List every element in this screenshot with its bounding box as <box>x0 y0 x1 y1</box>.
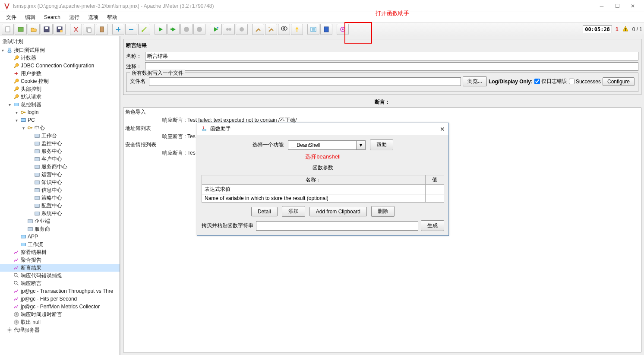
tree-item[interactable]: 监控中心 <box>0 139 120 147</box>
collapse-button[interactable] <box>125 24 137 35</box>
configure-button[interactable]: Configure <box>603 77 635 86</box>
clear-button[interactable] <box>252 24 264 35</box>
tree-item[interactable]: 配置中心 <box>0 202 120 209</box>
filename-input[interactable] <box>149 77 461 86</box>
tree-item[interactable]: 服务中心 <box>0 147 120 155</box>
svg-rect-24 <box>625 28 625 30</box>
function-helper-button[interactable] <box>307 24 319 35</box>
param-row[interactable]: Name of variable in which to store the r… <box>202 194 426 203</box>
templates-button[interactable] <box>15 24 27 35</box>
tree-item[interactable]: ▾总控制器 <box>0 101 120 108</box>
tree-item[interactable]: 服务商 <box>0 225 120 233</box>
paste-button[interactable] <box>96 24 108 35</box>
tree-item[interactable]: 响应断言 <box>0 279 120 287</box>
close-button[interactable]: ✕ <box>625 2 641 10</box>
tree-item[interactable]: 策略中心 <box>0 194 120 202</box>
browse-button[interactable]: 浏览... <box>463 76 487 86</box>
params-table[interactable]: 名称：值 表达式求值 Name of variable in which to … <box>202 175 444 203</box>
save-as-button[interactable] <box>54 24 66 35</box>
menu-options[interactable]: 选项 <box>84 13 103 22</box>
tree-item[interactable]: 察看结果树 <box>0 248 120 256</box>
param-value-cell[interactable] <box>425 194 444 203</box>
tree-item[interactable]: 系统中心 <box>0 209 120 217</box>
assert-line[interactable]: 角色导入 <box>123 108 641 116</box>
remote-shutdown-button[interactable] <box>236 24 248 35</box>
menu-edit[interactable]: 编辑 <box>21 13 40 22</box>
options-button[interactable] <box>337 24 349 35</box>
menu-run[interactable]: 运行 <box>65 13 84 22</box>
add-clipboard-button[interactable]: Add from Clipboard <box>309 207 367 216</box>
tree-item[interactable]: 聚合报告 <box>0 256 120 264</box>
tree-item[interactable]: 默认请求 <box>0 93 120 101</box>
search-button[interactable] <box>278 24 290 35</box>
errors-checkbox[interactable]: 仅日志错误 <box>534 78 567 85</box>
detail-button[interactable]: Detail <box>251 207 278 216</box>
clear-all-button[interactable] <box>265 24 277 35</box>
remote-start-button[interactable] <box>210 24 222 35</box>
help-button[interactable] <box>320 24 332 35</box>
dialog-close-button[interactable]: ✕ <box>440 126 445 133</box>
open-button[interactable] <box>28 24 40 35</box>
minimize-button[interactable]: ─ <box>594 2 609 10</box>
tree-item-label: jp@gc - PerfMon Metrics Collector <box>21 304 100 310</box>
tree-item[interactable]: ▾login <box>0 108 120 116</box>
tree-item[interactable]: 企业端 <box>0 217 120 225</box>
tree-item[interactable]: 断言结果 <box>0 264 120 272</box>
param-row[interactable]: 表达式求值 <box>202 185 426 194</box>
dialog-titlebar[interactable]: 函数助手 ✕ <box>197 123 448 135</box>
tree-item[interactable]: ▾PC <box>0 116 120 124</box>
tree-item[interactable]: 代理服务器 <box>0 326 120 334</box>
tree-item[interactable]: 头部控制 <box>0 85 120 93</box>
new-button[interactable] <box>2 24 14 35</box>
tree-item[interactable]: 工作台 <box>0 132 120 139</box>
test-plan-tree[interactable]: 测试计划 ▾接口测试用例计数器JDBC Connection Configura… <box>0 36 120 355</box>
shutdown-button[interactable] <box>193 24 205 35</box>
function-select[interactable]: __BeanShell ▾ <box>288 140 366 150</box>
add-button[interactable]: 添加 <box>282 206 305 217</box>
menu-file[interactable]: 文件 <box>2 13 21 22</box>
generate-button[interactable]: 生成 <box>421 220 444 231</box>
expand-button[interactable] <box>112 24 124 35</box>
tree-item[interactable]: 客户中心 <box>0 155 120 163</box>
tree-item[interactable]: JDBC Connection Configuration <box>0 62 120 70</box>
copy-button[interactable] <box>83 24 95 35</box>
tree-item[interactable]: 用户参数 <box>0 70 120 77</box>
ctrl-icon <box>13 101 20 108</box>
start-notimers-button[interactable] <box>167 24 180 35</box>
menu-help[interactable]: 帮助 <box>103 13 122 22</box>
tree-item[interactable]: 信息中心 <box>0 186 120 194</box>
tree-item[interactable]: 知识中心 <box>0 178 120 186</box>
svg-rect-37 <box>35 189 40 192</box>
generate-output[interactable] <box>256 221 418 231</box>
tree-item[interactable]: 服务商中心 <box>0 163 120 171</box>
tree-item[interactable]: jp@gc - PerfMon Metrics Collector <box>0 303 120 311</box>
remote-stop-button[interactable] <box>223 24 235 35</box>
help-button[interactable]: 帮助 <box>370 139 393 150</box>
param-value-cell[interactable] <box>425 185 444 194</box>
cut-button[interactable] <box>70 24 82 35</box>
tree-item[interactable]: 运营中心 <box>0 171 120 178</box>
name-input[interactable] <box>145 52 638 60</box>
tree-item[interactable]: Cookie 控制 <box>0 77 120 85</box>
tree-item[interactable]: jp@gc - Transaction Throughput vs Thre <box>0 287 120 295</box>
delete-button[interactable]: 删除 <box>371 206 395 217</box>
save-button[interactable] <box>41 24 53 35</box>
tree-item[interactable]: ▾接口测试用例 <box>0 46 120 54</box>
tree-item[interactable]: jp@gc - Hits per Second <box>0 295 120 303</box>
comment-input[interactable] <box>145 62 638 71</box>
reset-search-button[interactable] <box>291 24 303 35</box>
tree-item[interactable]: 响应代码错误捕捉 <box>0 272 120 279</box>
tree-item[interactable]: 响应时间超时断言 <box>0 311 120 318</box>
stop-button[interactable] <box>180 24 193 35</box>
mag-icon <box>13 272 20 279</box>
maximize-button[interactable]: ☐ <box>609 2 625 10</box>
tree-item[interactable]: APP <box>0 233 120 241</box>
tree-item[interactable]: ▾中心 <box>0 124 120 132</box>
tree-item[interactable]: 取出 null <box>0 318 120 326</box>
tree-item[interactable]: 计数器 <box>0 54 120 62</box>
tree-item[interactable]: 工作流 <box>0 241 120 248</box>
menu-search[interactable]: Search <box>40 13 65 21</box>
toggle-button[interactable] <box>138 24 150 35</box>
successes-checkbox[interactable]: Successes <box>569 79 601 85</box>
start-button[interactable] <box>155 24 167 35</box>
